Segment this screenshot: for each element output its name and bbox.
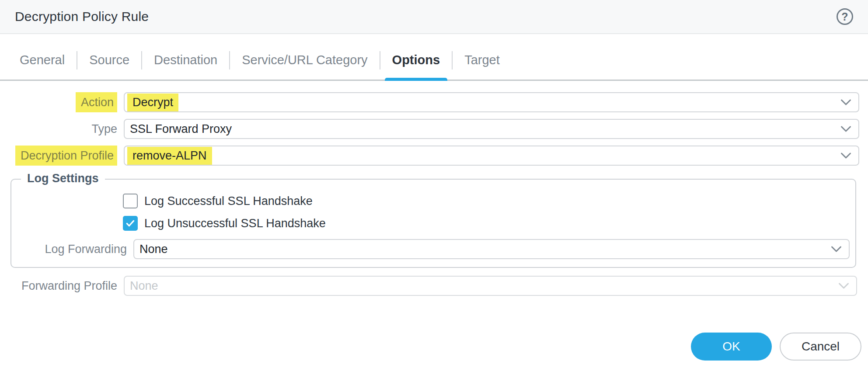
decryption-profile-row: Decryption Profile remove-ALPN <box>0 146 868 166</box>
chevron-down-icon[interactable] <box>831 246 842 253</box>
log-successful-label[interactable]: Log Successful SSL Handshake <box>144 194 313 208</box>
tab-target[interactable]: Target <box>453 50 512 80</box>
action-row: Action Decrypt <box>0 92 868 112</box>
log-settings-group: Log Settings Log Successful SSL Handshak… <box>10 179 856 268</box>
action-value: Decrypt <box>127 94 178 111</box>
chevron-down-icon[interactable] <box>840 99 851 106</box>
dialog-header: Decryption Policy Rule ? <box>0 0 868 34</box>
tab-options[interactable]: Options <box>380 50 452 80</box>
decryption-profile-label: Decryption Profile <box>0 149 117 163</box>
type-label: Type <box>0 122 117 136</box>
type-select[interactable]: SSL Forward Proxy <box>124 119 859 139</box>
cancel-button[interactable]: Cancel <box>780 333 861 361</box>
tab-bar: General Source Destination Service/URL C… <box>0 50 868 81</box>
log-unsuccessful-checkbox[interactable] <box>123 216 138 231</box>
page-title: Decryption Policy Rule <box>15 9 837 24</box>
tab-label: Options <box>392 53 440 67</box>
decryption-policy-rule-dialog: Decryption Policy Rule ? General Source … <box>0 0 868 361</box>
log-settings-legend: Log Settings <box>21 172 105 185</box>
tab-label: Source <box>89 53 129 67</box>
forwarding-profile-value: None <box>130 279 158 293</box>
help-icon[interactable]: ? <box>837 8 853 25</box>
chevron-down-icon[interactable] <box>840 153 851 159</box>
log-successful-row: Log Successful SSL Handshake <box>123 194 855 208</box>
tab-source[interactable]: Source <box>77 50 141 80</box>
log-forwarding-select[interactable]: None <box>133 239 850 259</box>
type-row: Type SSL Forward Proxy <box>0 119 868 139</box>
tab-label: Service/URL Category <box>242 53 367 67</box>
options-form: Action Decrypt Type SSL Forward Proxy De <box>0 81 868 361</box>
tab-label: General <box>20 53 65 67</box>
check-icon <box>125 218 136 229</box>
log-forwarding-value: None <box>139 243 168 256</box>
chevron-down-icon <box>838 283 849 289</box>
decryption-profile-value: remove-ALPN <box>127 147 212 165</box>
tab-general[interactable]: General <box>20 50 77 80</box>
tab-destination[interactable]: Destination <box>142 50 229 80</box>
forwarding-profile-label: Forwarding Profile <box>0 279 117 293</box>
log-forwarding-row: Log Forwarding None <box>11 239 855 259</box>
forwarding-profile-select: None <box>124 276 857 296</box>
tab-label: Target <box>464 53 500 67</box>
ok-button[interactable]: OK <box>691 333 772 361</box>
tab-service-url-category[interactable]: Service/URL Category <box>230 50 379 80</box>
log-unsuccessful-label[interactable]: Log Unsuccessful SSL Handshake <box>144 217 326 230</box>
decryption-profile-select[interactable]: remove-ALPN <box>124 146 859 166</box>
log-forwarding-label: Log Forwarding <box>11 243 127 256</box>
log-unsuccessful-row: Log Unsuccessful SSL Handshake <box>123 216 855 231</box>
tab-label: Destination <box>154 53 217 67</box>
type-value: SSL Forward Proxy <box>130 122 232 136</box>
log-successful-checkbox[interactable] <box>123 194 138 208</box>
dialog-actions: OK Cancel <box>0 333 868 361</box>
forwarding-profile-row: Forwarding Profile None <box>0 276 868 296</box>
chevron-down-icon[interactable] <box>840 126 851 132</box>
action-label: Action <box>0 96 117 109</box>
action-select[interactable]: Decrypt <box>124 92 859 112</box>
